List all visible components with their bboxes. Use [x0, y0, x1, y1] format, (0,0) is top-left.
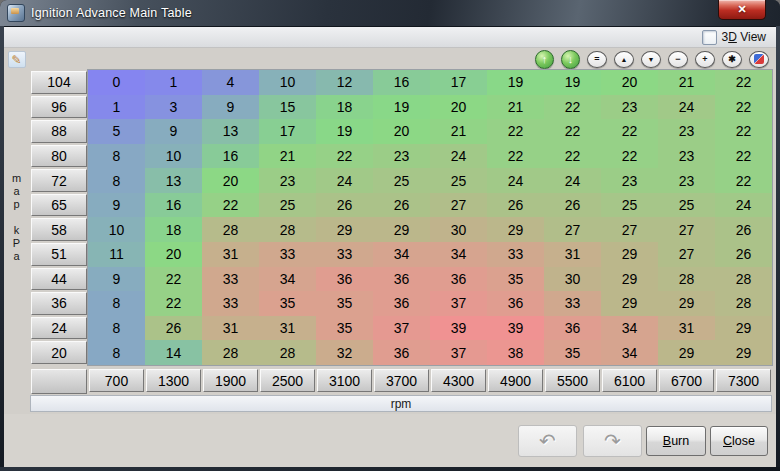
table-cell-r9-c2[interactable]: 33 [202, 291, 259, 316]
row-header-36[interactable]: 36 [30, 291, 88, 316]
table-cell-r3-c8[interactable]: 22 [544, 144, 601, 169]
table-cell-r9-c1[interactable]: 22 [145, 291, 202, 316]
table-cell-r0-c0[interactable]: 0 [88, 70, 145, 95]
table-cell-r6-c10[interactable]: 27 [658, 217, 715, 242]
table-cell-r8-c8[interactable]: 30 [544, 267, 601, 292]
table-cell-r1-c7[interactable]: 21 [487, 95, 544, 120]
raise-values-button[interactable]: ↑ [535, 50, 554, 69]
close-button[interactable]: Close [710, 426, 768, 456]
table-cell-r7-c4[interactable]: 33 [316, 242, 373, 267]
column-header-3700[interactable]: 3700 [373, 368, 430, 393]
row-header-24[interactable]: 24 [30, 316, 88, 341]
table-cell-r0-c4[interactable]: 12 [316, 70, 373, 95]
table-cell-r2-c6[interactable]: 21 [430, 119, 487, 144]
table-cell-r2-c7[interactable]: 22 [487, 119, 544, 144]
table-cell-r5-c11[interactable]: 24 [715, 193, 772, 218]
table-cell-r6-c3[interactable]: 28 [259, 217, 316, 242]
row-header-96[interactable]: 96 [30, 95, 88, 120]
table-cell-r8-c2[interactable]: 33 [202, 267, 259, 292]
table-cell-r6-c8[interactable]: 27 [544, 217, 601, 242]
table-cell-r7-c11[interactable]: 26 [715, 242, 772, 267]
increment-button[interactable]: + [695, 51, 715, 68]
table-cell-r5-c6[interactable]: 27 [430, 193, 487, 218]
title-bar[interactable]: Ignition Advance Main Table ✕ [0, 0, 780, 27]
table-cell-r5-c2[interactable]: 22 [202, 193, 259, 218]
table-cell-r4-c11[interactable]: 22 [715, 168, 772, 193]
table-cell-r1-c3[interactable]: 15 [259, 95, 316, 120]
table-cell-r8-c5[interactable]: 36 [373, 267, 430, 292]
table-cell-r11-c4[interactable]: 32 [316, 340, 373, 365]
table-cell-r10-c8[interactable]: 36 [544, 316, 601, 341]
edit-cell-button[interactable] [749, 51, 769, 68]
column-header-1300[interactable]: 1300 [145, 368, 202, 393]
table-cell-r10-c11[interactable]: 29 [715, 316, 772, 341]
table-cell-r7-c8[interactable]: 31 [544, 242, 601, 267]
table-cell-r10-c9[interactable]: 34 [601, 316, 658, 341]
row-header-51[interactable]: 51 [30, 242, 88, 267]
column-header-4900[interactable]: 4900 [487, 368, 544, 393]
table-cell-r9-c3[interactable]: 35 [259, 291, 316, 316]
table-cell-r11-c7[interactable]: 38 [487, 340, 544, 365]
table-cell-r3-c2[interactable]: 16 [202, 144, 259, 169]
table-cell-r2-c2[interactable]: 13 [202, 119, 259, 144]
row-header-44[interactable]: 44 [30, 267, 88, 292]
table-cell-r8-c7[interactable]: 35 [487, 267, 544, 292]
table-cell-r0-c6[interactable]: 17 [430, 70, 487, 95]
table-cell-r8-c10[interactable]: 28 [658, 267, 715, 292]
table-cell-r6-c7[interactable]: 29 [487, 217, 544, 242]
table-cell-r4-c10[interactable]: 23 [658, 168, 715, 193]
column-header-6700[interactable]: 6700 [658, 368, 715, 393]
table-cell-r6-c6[interactable]: 30 [430, 217, 487, 242]
table-cell-r0-c2[interactable]: 4 [202, 70, 259, 95]
column-header-5500[interactable]: 5500 [544, 368, 601, 393]
table-cell-r0-c9[interactable]: 20 [601, 70, 658, 95]
column-header-1900[interactable]: 1900 [202, 368, 259, 393]
table-cell-r1-c4[interactable]: 18 [316, 95, 373, 120]
table-cell-r7-c7[interactable]: 33 [487, 242, 544, 267]
table-cell-r3-c4[interactable]: 22 [316, 144, 373, 169]
table-cell-r10-c1[interactable]: 26 [145, 316, 202, 341]
table-cell-r3-c5[interactable]: 23 [373, 144, 430, 169]
table-cell-r5-c9[interactable]: 25 [601, 193, 658, 218]
table-cell-r5-c0[interactable]: 9 [88, 193, 145, 218]
table-cell-r4-c4[interactable]: 24 [316, 168, 373, 193]
table-cell-r0-c8[interactable]: 19 [544, 70, 601, 95]
table-cell-r1-c9[interactable]: 23 [601, 95, 658, 120]
table-cell-r1-c1[interactable]: 3 [145, 95, 202, 120]
table-cell-r10-c4[interactable]: 35 [316, 316, 373, 341]
table-cell-r8-c3[interactable]: 34 [259, 267, 316, 292]
table-cell-r7-c6[interactable]: 34 [430, 242, 487, 267]
table-cell-r5-c7[interactable]: 26 [487, 193, 544, 218]
column-header-4300[interactable]: 4300 [430, 368, 487, 393]
table-cell-r9-c4[interactable]: 35 [316, 291, 373, 316]
table-cell-r11-c9[interactable]: 34 [601, 340, 658, 365]
table-cell-r10-c5[interactable]: 37 [373, 316, 430, 341]
row-header-88[interactable]: 88 [30, 119, 88, 144]
table-cell-r2-c3[interactable]: 17 [259, 119, 316, 144]
table-cell-r10-c6[interactable]: 39 [430, 316, 487, 341]
table-cell-r4-c2[interactable]: 20 [202, 168, 259, 193]
scale-button[interactable]: ✱ [722, 51, 742, 68]
undo-button[interactable]: ↶ [518, 425, 577, 457]
table-cell-r10-c7[interactable]: 39 [487, 316, 544, 341]
table-cell-r3-c7[interactable]: 22 [487, 144, 544, 169]
table-cell-r10-c2[interactable]: 31 [202, 316, 259, 341]
table-cell-r3-c11[interactable]: 22 [715, 144, 772, 169]
table-cell-r1-c2[interactable]: 9 [202, 95, 259, 120]
row-header-58[interactable]: 58 [30, 217, 88, 242]
table-cell-r0-c5[interactable]: 16 [373, 70, 430, 95]
table-cell-r11-c8[interactable]: 35 [544, 340, 601, 365]
table-cell-r2-c0[interactable]: 5 [88, 119, 145, 144]
table-cell-r9-c8[interactable]: 33 [544, 291, 601, 316]
table-cell-r9-c6[interactable]: 37 [430, 291, 487, 316]
table-cell-r4-c3[interactable]: 23 [259, 168, 316, 193]
table-cell-r8-c4[interactable]: 36 [316, 267, 373, 292]
table-cell-r1-c0[interactable]: 1 [88, 95, 145, 120]
table-cell-r4-c7[interactable]: 24 [487, 168, 544, 193]
table-cell-r1-c10[interactable]: 24 [658, 95, 715, 120]
table-cell-r8-c6[interactable]: 36 [430, 267, 487, 292]
row-header-80[interactable]: 80 [30, 144, 88, 169]
set-equal-button[interactable]: = [587, 51, 607, 68]
table-cell-r2-c8[interactable]: 22 [544, 119, 601, 144]
table-cell-r11-c6[interactable]: 37 [430, 340, 487, 365]
